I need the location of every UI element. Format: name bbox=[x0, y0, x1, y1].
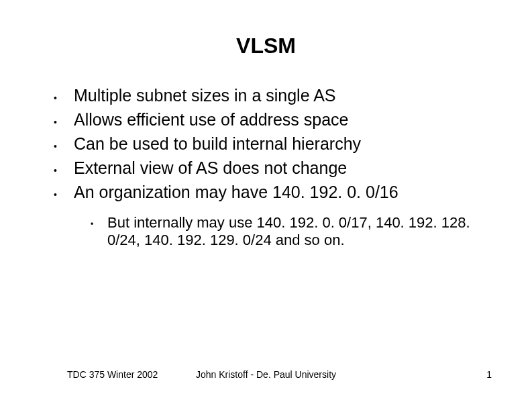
bullet-marker-icon: • bbox=[54, 158, 74, 181]
footer-page-number: 1 bbox=[486, 369, 492, 380]
footer-course: TDC 375 Winter 2002 bbox=[67, 369, 158, 380]
bullet-item: • External view of AS does not change bbox=[54, 158, 492, 181]
slide: VLSM • Multiple subnet sizes in a single… bbox=[0, 0, 532, 400]
sub-bullet-text: But internally may use 140. 192. 0. 0/17… bbox=[107, 214, 492, 250]
footer-author: John Kristoff - De. Paul University bbox=[196, 369, 336, 380]
bullet-item: • Multiple subnet sizes in a single AS bbox=[54, 85, 492, 108]
bullet-text: Multiple subnet sizes in a single AS bbox=[74, 85, 336, 106]
bullet-marker-icon: • bbox=[54, 85, 74, 108]
sub-bullet-list: • But internally may use 140. 192. 0. 0/… bbox=[54, 214, 492, 250]
bullet-marker-icon: • bbox=[54, 109, 74, 132]
bullet-item: • An organization may have 140. 192. 0. … bbox=[54, 182, 492, 205]
bullet-text: External view of AS does not change bbox=[74, 158, 347, 179]
slide-footer: TDC 375 Winter 2002 John Kristoff - De. … bbox=[0, 369, 532, 380]
bullet-item: • Can be used to build internal hierarch… bbox=[54, 134, 492, 156]
bullet-text: Can be used to build internal hierarchy bbox=[74, 134, 361, 154]
bullet-marker-icon: • bbox=[54, 182, 74, 205]
sub-bullet-item: • But internally may use 140. 192. 0. 0/… bbox=[91, 214, 492, 250]
bullet-item: • Allows efficient use of address space bbox=[54, 109, 492, 132]
bullet-marker-icon: • bbox=[91, 214, 107, 232]
bullet-list: • Multiple subnet sizes in a single AS •… bbox=[40, 85, 492, 250]
bullet-marker-icon: • bbox=[54, 134, 74, 156]
bullet-text: Allows efficient use of address space bbox=[74, 109, 349, 130]
slide-title: VLSM bbox=[40, 34, 492, 58]
bullet-text: An organization may have 140. 192. 0. 0/… bbox=[74, 182, 398, 203]
